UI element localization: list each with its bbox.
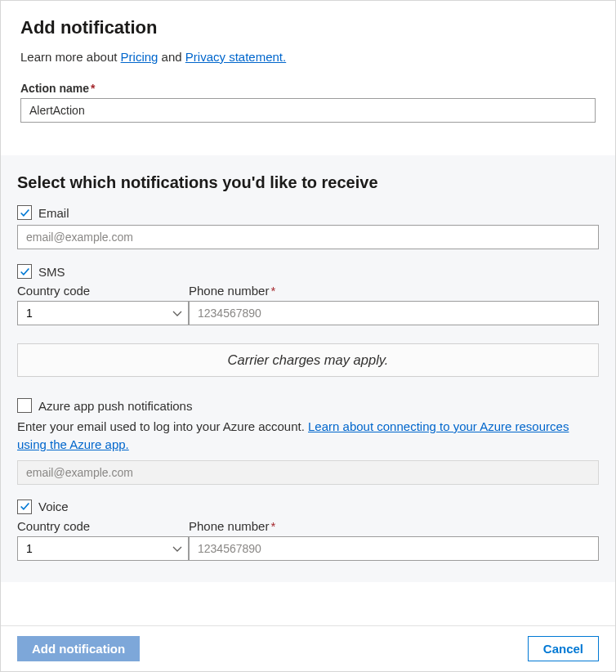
intro-text: Learn more about Pricing and Privacy sta…	[20, 50, 596, 64]
voice-cc-select[interactable]: 1	[17, 536, 189, 561]
azure-push-helper: Enter your email used to log into your A…	[17, 418, 599, 454]
voice-phone-label: Phone number*	[189, 519, 599, 533]
intro-prefix: Learn more about	[20, 50, 121, 64]
azure-push-checkbox[interactable]	[17, 398, 32, 413]
add-notification-button[interactable]: Add notification	[17, 636, 140, 661]
email-input[interactable]	[17, 225, 599, 249]
voice-group: Voice Country code 1 Ph	[17, 500, 599, 561]
pricing-link[interactable]: Pricing	[121, 50, 158, 64]
sms-label: SMS	[38, 265, 65, 279]
page-title: Add notification	[20, 17, 596, 38]
action-name-label: Action name*	[20, 82, 596, 95]
check-icon	[20, 208, 30, 218]
email-checkbox[interactable]	[17, 205, 32, 220]
sms-group: SMS Country code 1 Phon	[17, 264, 599, 325]
privacy-link[interactable]: Privacy statement.	[185, 50, 286, 64]
sms-cc-label: Country code	[17, 284, 189, 298]
notifications-panel: Select which notifications you'd like to…	[1, 155, 615, 582]
cancel-button[interactable]: Cancel	[528, 636, 599, 661]
voice-label: Voice	[38, 500, 69, 513]
azure-push-label: Azure app push notifications	[38, 399, 192, 413]
sms-checkbox[interactable]	[17, 264, 32, 279]
footer: Add notification Cancel	[1, 625, 615, 671]
check-icon	[20, 267, 30, 277]
sms-cc-select[interactable]: 1	[17, 301, 189, 325]
azure-push-email-input	[17, 460, 599, 485]
email-label: Email	[38, 206, 69, 220]
check-icon	[20, 501, 30, 512]
carrier-notice: Carrier charges may apply.	[17, 343, 599, 377]
action-name-input[interactable]	[20, 98, 596, 123]
azure-push-group: Azure app push notifications Enter your …	[17, 398, 599, 485]
sms-phone-input[interactable]	[189, 301, 599, 325]
sms-phone-label: Phone number*	[189, 284, 599, 298]
intro-and: and	[162, 50, 185, 64]
voice-phone-input[interactable]	[189, 536, 599, 561]
voice-checkbox[interactable]	[17, 500, 32, 514]
section-title: Select which notifications you'd like to…	[17, 173, 599, 192]
voice-cc-label: Country code	[17, 519, 189, 533]
email-group: Email	[17, 205, 599, 249]
